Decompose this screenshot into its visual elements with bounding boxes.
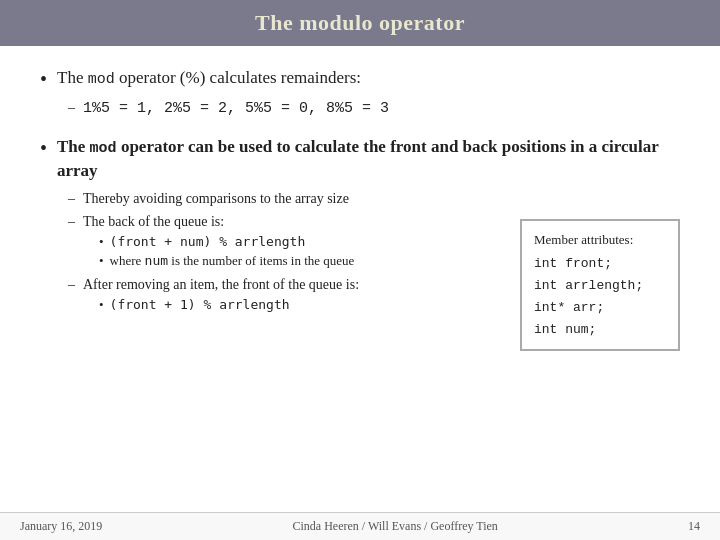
member-box-line-3: int* arr; [534,297,666,319]
footer-date: January 16, 2019 [20,519,102,534]
bullet-2-code: mod [90,140,117,157]
member-box-line-2: int arrlength; [534,275,666,297]
bullet-2-sub-2-text: The back of the queue is: [83,212,354,232]
bullet-2-sub-2-content: The back of the queue is: • (front + num… [83,212,354,271]
member-box-line-4: int num; [534,319,666,341]
bullet-2-sub-2: – The back of the queue is: • (front + n… [68,212,504,271]
bullet-2-dot: • [40,135,47,161]
bullet-1-code: mod [88,71,115,88]
sub-sub-1: • (front + num) % arrlength [99,232,354,252]
sub-sub-3: • (front + 1) % arrlength [99,295,359,315]
slide-footer: January 16, 2019 Cinda Heeren / Will Eva… [0,512,720,540]
bullet-2-sub-1-text: Thereby avoiding comparisons to the arra… [83,189,349,209]
bullet-1-main: • The mod operator (%) calculates remain… [40,66,680,92]
slide-content: • The mod operator (%) calculates remain… [0,46,720,512]
sub-sub-2-code: num [145,253,168,268]
bullet-2-sub-3-text: After removing an item, the front of the… [83,275,359,295]
bullet-2-row: – Thereby avoiding comparisons to the ar… [40,189,680,351]
title-text: The modulo operator [255,10,465,35]
sub-sub-2-text: where num is the number of items in the … [110,251,355,271]
bullet-1-section: • The mod operator (%) calculates remain… [40,66,680,119]
bullet-2-text: The mod operator can be used to calculat… [57,135,680,183]
bullet-2-subs: – Thereby avoiding comparisons to the ar… [68,189,504,314]
member-box-title: Member attributes: [534,229,666,251]
member-box: Member attributes: int front; int arrlen… [520,219,680,351]
slide-title: The modulo operator [0,0,720,46]
bullet-1-sub-1-text: 1%5 = 1, 2%5 = 2, 5%5 = 0, 8%5 = 3 [83,98,389,119]
bullet-2-sub-1: – Thereby avoiding comparisons to the ar… [68,189,504,209]
sub-sub-2: • where num is the number of items in th… [99,251,354,271]
sub-sub-1-code: (front + num) % arrlength [110,232,306,252]
sub-sub-3-code: (front + 1) % arrlength [110,295,290,315]
bullet-2-section: • The mod operator can be used to calcul… [40,135,680,351]
slide: The modulo operator • The mod operator (… [0,0,720,540]
member-box-line-1: int front; [534,253,666,275]
bullet-2-sub-3: – After removing an item, the front of t… [68,275,504,314]
footer-authors: Cinda Heeren / Will Evans / Geoffrey Tie… [292,519,497,534]
bullet-2-sub-3-content: After removing an item, the front of the… [83,275,359,314]
bullet-1-text: The mod operator (%) calculates remainde… [57,66,361,90]
bullet-1-sub-1: – 1%5 = 1, 2%5 = 2, 5%5 = 0, 8%5 = 3 [68,98,680,119]
bullet-2-main: • The mod operator can be used to calcul… [40,135,680,183]
footer-page: 14 [688,519,700,534]
bullet-1-subs: – 1%5 = 1, 2%5 = 2, 5%5 = 0, 8%5 = 3 [68,98,680,119]
bullet-2-left: – Thereby avoiding comparisons to the ar… [40,189,504,314]
bullet-1-dot: • [40,66,47,92]
